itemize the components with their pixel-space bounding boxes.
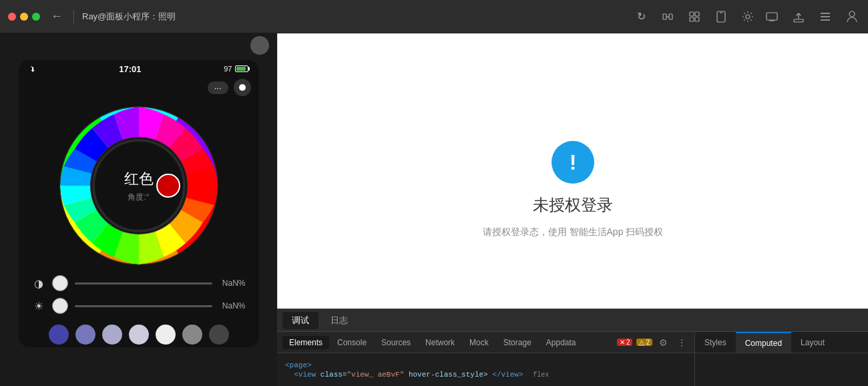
svg-rect-5 — [690, 17, 694, 21]
angle-label: 角度:° — [128, 192, 149, 203]
color-swatch[interactable] — [156, 174, 180, 198]
phone-controls-bar: ··· — [19, 76, 259, 99]
svg-rect-3 — [690, 12, 694, 16]
error-icon: ✕ — [620, 339, 625, 346]
contrast-slider-row: ◑ NaN% — [32, 275, 246, 291]
code-tag-page: <page> — [285, 361, 312, 369]
list-icon[interactable] — [817, 9, 833, 25]
styles-panel: Styles Computed Layout — [694, 332, 868, 386]
color-btn-light[interactable] — [102, 325, 122, 345]
phone-top-bar — [0, 33, 277, 57]
warn-count: 2 — [646, 339, 650, 346]
preview-content: ! 未授权登录 请授权登录态，使用 智能生活App 扫码授权 — [483, 141, 664, 238]
color-btn-dark[interactable] — [209, 325, 229, 345]
svg-point-9 — [746, 15, 750, 19]
devtools-bottom: Elements Console Sources Network Mock St… — [277, 332, 868, 386]
subtab-console[interactable]: Console — [331, 336, 373, 349]
battery-fill — [236, 67, 246, 71]
contrast-icon: ◑ — [32, 277, 45, 290]
tab-layout[interactable]: Layout — [791, 332, 834, 353]
app-title: Ray@面板小程序：照明 — [82, 11, 625, 23]
tab-styles[interactable]: Styles — [695, 332, 736, 353]
brightness-slider-row: ☀ NaN% — [32, 298, 246, 314]
tab-debug[interactable]: 调试 — [282, 312, 318, 329]
phone-record-button[interactable] — [234, 79, 251, 96]
phone-dots-button[interactable]: ··· — [208, 81, 228, 94]
svg-rect-6 — [695, 17, 699, 21]
slider1-thumb[interactable] — [52, 275, 68, 291]
slider1-value: NaN% — [219, 278, 246, 288]
slider1-track[interactable] — [75, 282, 212, 284]
color-btn-purple[interactable] — [75, 325, 95, 345]
record-dot — [239, 84, 246, 91]
brightness-icon: ☀ — [32, 300, 45, 313]
color-btn-white[interactable] — [156, 325, 176, 345]
code-hint: flex — [533, 371, 549, 379]
phone-bottom — [19, 319, 259, 347]
settings-icon[interactable] — [740, 9, 756, 25]
grid-icon[interactable] — [686, 9, 702, 25]
subtab-sources[interactable]: Sources — [375, 336, 417, 349]
phone-status-right: 97 — [224, 65, 248, 73]
svg-rect-1 — [669, 14, 672, 19]
svg-rect-4 — [695, 12, 699, 16]
toolbar-icons: ↻ — [633, 9, 756, 25]
tab-computed[interactable]: Computed — [736, 332, 791, 353]
tab-log[interactable]: 日志 — [321, 312, 357, 329]
subtab-mock[interactable]: Mock — [463, 336, 495, 349]
slider1-thumb-circle — [52, 275, 68, 291]
main-layout: ⮯ 17:01 97 ··· — [0, 33, 868, 386]
devtools-subtabs: Elements Console Sources Network Mock St… — [277, 332, 694, 353]
compile-icon[interactable] — [660, 9, 676, 25]
alert-symbol: ! — [570, 150, 577, 175]
divider — [73, 10, 74, 23]
warn-badge: △ 2 — [636, 339, 652, 346]
minimize-button[interactable] — [20, 13, 28, 21]
code-attr-hover: hover-class_style — [409, 371, 483, 379]
slider2-track[interactable] — [75, 305, 212, 307]
upload-icon[interactable] — [791, 9, 807, 25]
battery-icon — [235, 65, 248, 72]
devtools-subtab-right: ✕ 2 △ 2 ⚙ ⋮ — [617, 337, 689, 348]
phone-panel: ⮯ 17:01 97 ··· — [0, 33, 277, 386]
code-attr-class: class — [320, 371, 343, 379]
back-button[interactable]: ← — [48, 8, 65, 25]
subtab-elements[interactable]: Elements — [282, 336, 329, 349]
device-icon[interactable] — [713, 9, 729, 25]
slider2-thumb[interactable] — [52, 298, 68, 314]
color-btn-gray[interactable] — [182, 325, 202, 345]
phone-time: 17:01 — [119, 64, 141, 74]
phone-status-left: ⮯ — [29, 65, 37, 73]
battery-percentage: 97 — [224, 65, 232, 73]
devtools-panel: 调试 日志 Elements Console Sources Network M… — [277, 309, 868, 386]
user-icon[interactable] — [844, 9, 860, 25]
color-wheel-wrapper[interactable]: 红色 角度:° — [59, 106, 219, 266]
phone-avatar[interactable] — [250, 36, 269, 55]
devtools-more-icon[interactable]: ⋮ — [674, 337, 689, 348]
devtools-settings-icon[interactable]: ⚙ — [656, 337, 670, 348]
screen-icon[interactable] — [764, 9, 780, 25]
color-btn-pale[interactable] — [129, 325, 149, 345]
preview-subtitle: 请授权登录态，使用 智能生活App 扫码授权 — [483, 226, 664, 238]
error-badge: ✕ 2 — [617, 339, 633, 346]
close-button[interactable] — [8, 13, 16, 21]
preview-title: 未授权登录 — [533, 194, 613, 216]
wifi-icon: ⮯ — [29, 65, 37, 73]
code-line-2: <view class="view_ aeBvF" hover-class_st… — [285, 371, 686, 379]
subtab-storage[interactable]: Storage — [497, 336, 538, 349]
subtab-appdata[interactable]: Appdata — [539, 336, 583, 349]
reload-icon[interactable]: ↻ — [633, 9, 649, 25]
alert-icon-circle: ! — [552, 141, 594, 184]
devtools-tabs: 调试 日志 — [277, 309, 868, 332]
color-btn-blue[interactable] — [49, 325, 69, 345]
title-bar: ← Ray@面板小程序：照明 ↻ — [0, 0, 868, 33]
subtab-network[interactable]: Network — [419, 336, 461, 349]
toolbar-right — [764, 9, 860, 25]
fullscreen-button[interactable] — [32, 13, 40, 21]
phone-status-bar: ⮯ 17:01 97 — [19, 60, 259, 76]
warn-icon: △ — [639, 339, 644, 346]
color-label: 红色 — [124, 169, 154, 189]
traffic-lights — [8, 13, 40, 21]
battery-tip — [248, 67, 250, 71]
svg-rect-13 — [794, 19, 803, 22]
